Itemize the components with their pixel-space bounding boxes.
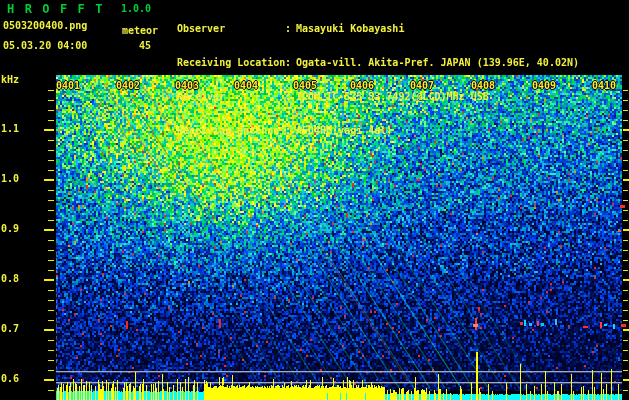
y-tick-label: 0.9 [0,224,19,234]
info-label: Receiving antenna [177,126,285,136]
info-label: Observer [177,24,285,34]
x-tick-label: 0405 [293,81,317,91]
info-value: Ogata-vill. Akita-Pref. JAPAN (139.96E, … [291,57,579,68]
echo-count: 45 [139,41,151,51]
info-row-receiver: Receiver:ICOM IC-575 53.7492(@LCD)MHz US… [177,92,579,106]
x-tick-label: 0409 [532,81,556,91]
observation-mode: meteor [122,26,158,36]
info-row-antenna: Receiving antenna:A504HB(yagi 4el) [177,126,579,140]
output-filename: 0503200400.png [3,21,87,31]
observation-datetime: 05.03.20 04:00 [3,41,87,51]
info-label: Receiver [177,92,285,102]
hrofft-window: H R O F F T 1.0.0 0503200400.png meteor … [0,0,629,400]
x-tick-label: 0404 [234,81,258,91]
app-title: H R O F F T [7,3,104,15]
info-value: A504HB(yagi 4el) [291,125,392,136]
y-tick-label: 1.0 [0,174,19,184]
x-tick-label: 0401 [56,81,80,91]
x-tick-label: 0402 [116,81,140,91]
x-tick-label: 0408 [471,81,495,91]
y-tick-label: 0.7 [0,324,19,334]
y-tick-label: 0.6 [0,374,19,384]
y-tick-label: 0.8 [0,274,19,284]
x-tick-label: 0406 [350,81,374,91]
x-tick-label: 0407 [410,81,434,91]
info-value: Masayuki Kobayashi [291,23,404,34]
y-axis-unit-label: kHz [1,75,19,85]
info-row-location: Receiving Location:Ogata-vill. Akita-Pre… [177,58,579,72]
y-tick-label: 1.1 [0,124,19,134]
info-row-observer: Observer:Masayuki Kobayashi [177,24,579,38]
x-tick-label: 0410 [592,81,616,91]
info-value: ICOM IC-575 53.7492(@LCD)MHz USB [291,91,489,102]
x-tick-label: 0403 [175,81,199,91]
app-version: 1.0.0 [121,4,151,14]
info-label: Receiving Location [177,58,285,68]
